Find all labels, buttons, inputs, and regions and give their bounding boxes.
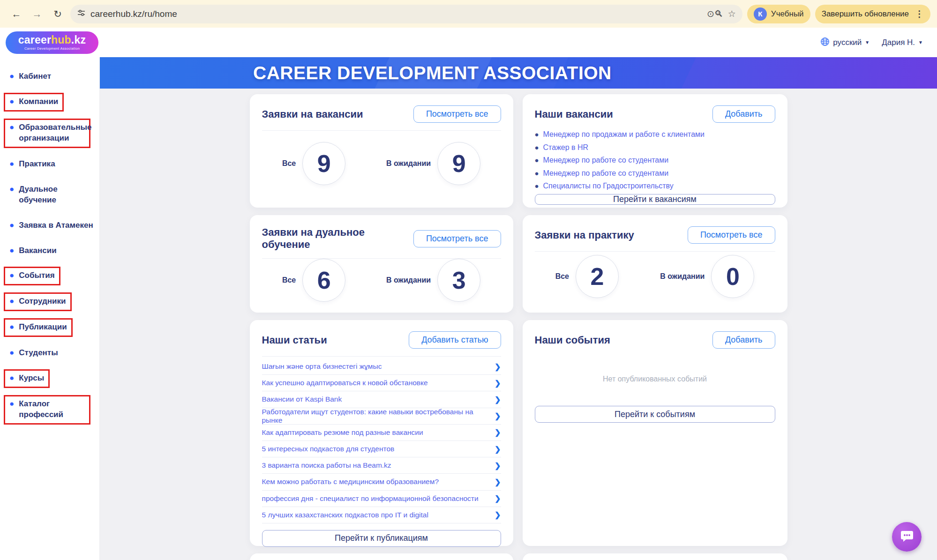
sidebar-item[interactable]: ● Образовательные организации [4, 119, 90, 148]
add-vacancy-button[interactable]: Добавить [712, 105, 775, 123]
article-link[interactable]: Работодатели ищут студентов: какие навык… [262, 408, 495, 425]
stat-label: В ожидании [386, 159, 431, 168]
vacancy-link[interactable]: Менеджер по работе со студентами [543, 168, 669, 179]
article-link[interactable]: Кем можно работать с медицинским образов… [262, 478, 439, 486]
zoom-icon[interactable]: ⊙︎​🔍︎ [707, 8, 723, 19]
profile-name: Учебный [771, 9, 804, 19]
banner-title: CAREER DEVELOPMENT ASSOCIATION [253, 63, 612, 83]
card-our-vacancies: Наши вакансии Добавить ● Менеджер по про… [523, 94, 787, 208]
article-link[interactable]: Как адаптировать резюме под разные вакан… [262, 428, 423, 437]
sidebar-item[interactable]: ● Курсы [4, 369, 50, 388]
article-row[interactable]: Как успешно адаптироваться к новой обста… [262, 375, 501, 391]
sidebar-item-label: Курсы [19, 373, 44, 384]
card-dual-training-requests: Заявки на дуальное обучение Посмотреть в… [250, 215, 513, 313]
profile-avatar: К [754, 7, 767, 21]
article-row[interactable]: профессия дня - специалист по информацио… [262, 491, 501, 507]
sidebar-item[interactable]: ● Дуальное обучение [9, 184, 96, 206]
bullet-icon: ● [535, 142, 539, 152]
sidebar-item[interactable]: ● События [4, 267, 60, 285]
card-practice-requests: Заявки на практику Посмотреть все Все 2 … [523, 215, 787, 313]
goto-vacancies-button[interactable]: Перейти к вакансиям [535, 194, 775, 205]
vacancy-link[interactable]: Стажер в HR [543, 142, 589, 153]
sidebar-item[interactable]: ● Компании [4, 93, 64, 112]
language-selector[interactable]: русский ▼ [820, 37, 870, 48]
app-header: careerhub.kz Career Development Associat… [0, 28, 937, 57]
article-link[interactable]: Шағын және орта бизнестегі жұмыс [262, 362, 382, 371]
bullet-icon: ● [9, 71, 14, 82]
card-our-events: Наши события Добавить Нет опубликованных… [523, 320, 787, 546]
goto-events-button[interactable]: Перейти к событиям [535, 406, 775, 423]
card-title: Наши вакансии [535, 108, 613, 120]
stat-label: Все [555, 272, 569, 281]
article-link[interactable]: Вакансии от Kaspi Bank [262, 395, 342, 403]
bullet-icon: ● [9, 220, 14, 231]
sidebar-item[interactable]: ● Заявка в Атамекен [9, 220, 93, 231]
article-row[interactable]: Кем можно работать с медицинским образов… [262, 474, 501, 490]
article-link[interactable]: Как успешно адаптироваться к новой обста… [262, 379, 428, 387]
address-bar[interactable]: careerhub.kz/ru/home ⊙︎​🔍︎ ☆ [70, 5, 742, 23]
reload-icon[interactable]: ↻ [50, 6, 66, 22]
sidebar-item-label: Сотрудники [19, 296, 66, 307]
chevron-right-icon: ❯ [495, 411, 501, 420]
vacancy-link[interactable]: Специалисты по Градостроительству [543, 181, 674, 191]
sidebar-item[interactable]: ● Кабинет [9, 71, 51, 82]
article-row[interactable]: 3 варианта поиска работы на Beam.kz ❯ [262, 457, 501, 474]
careerhub-logo[interactable]: careerhub.kz Career Development Associat… [6, 31, 98, 54]
article-link[interactable]: 5 интересных подкастов для студентов [262, 445, 395, 453]
article-link[interactable]: 5 лучших казахстанских подкастов про IT … [262, 511, 428, 519]
article-link[interactable]: профессия дня - специалист по информацио… [262, 494, 479, 503]
sidebar-item[interactable]: ● Сотрудники [4, 292, 72, 311]
view-all-button[interactable]: Посмотреть все [413, 105, 501, 123]
card-title: Наши события [535, 334, 610, 346]
bullet-icon: ● [535, 129, 539, 139]
bookmark-star-icon[interactable]: ☆ [728, 8, 736, 19]
goto-publications-button[interactable]: Перейти к публикациям [262, 530, 501, 547]
chevron-right-icon: ❯ [495, 428, 501, 437]
finish-update-button[interactable]: Завершить обновление ⋮ [815, 5, 930, 23]
chevron-right-icon: ❯ [495, 494, 501, 503]
vacancy-link[interactable]: Менеджер по продажам и работе с клиентам… [543, 129, 705, 140]
sidebar-item[interactable]: ● Публикации [4, 318, 73, 337]
divider [262, 356, 501, 357]
article-row[interactable]: 5 лучших казахстанских подкастов про IT … [262, 507, 501, 523]
sidebar-item[interactable]: ● Вакансии [9, 246, 57, 256]
stat-label: Все [282, 159, 296, 168]
sidebar-item-label: События [19, 270, 54, 281]
view-all-button[interactable]: Посмотреть все [413, 230, 501, 247]
article-row[interactable]: Шағын және орта бизнестегі жұмыс ❯ [262, 358, 501, 375]
bullet-icon: ● [535, 181, 539, 191]
article-row[interactable]: Работодатели ищут студентов: какие навык… [262, 408, 501, 425]
sidebar-item[interactable]: ● Практика [9, 159, 55, 170]
article-row[interactable]: Как адаптировать резюме под разные вакан… [262, 425, 501, 441]
more-menu-icon[interactable]: ⋮ [915, 9, 924, 18]
forward-icon[interactable]: → [29, 6, 45, 22]
card-partial [523, 553, 787, 560]
stat-circle: 0 [711, 255, 754, 298]
sidebar-item[interactable]: ● Каталог профессий [4, 395, 90, 425]
globe-icon [820, 37, 830, 48]
bullet-icon: ● [9, 399, 14, 409]
view-all-button[interactable]: Посмотреть все [688, 226, 775, 244]
profile-chip[interactable]: К Учебный [747, 5, 810, 23]
add-event-button[interactable]: Добавить [712, 331, 775, 349]
site-info-icon[interactable] [77, 8, 86, 20]
vacancy-link[interactable]: Менеджер по работе со студентами [543, 155, 669, 165]
article-link[interactable]: 3 варианта поиска работы на Beam.kz [262, 461, 391, 470]
chat-widget-button[interactable] [892, 522, 922, 552]
chevron-right-icon: ❯ [495, 445, 501, 454]
article-row[interactable]: Вакансии от Kaspi Bank ❯ [262, 391, 501, 408]
add-article-button[interactable]: Добавить статью [409, 331, 501, 349]
vacancy-list-item: ● Стажер в HR [535, 142, 775, 153]
user-menu[interactable]: Дария Н. ▼ [882, 38, 923, 47]
url-text[interactable]: careerhub.kz/ru/home [90, 9, 702, 19]
back-icon[interactable]: ← [8, 6, 24, 22]
main-content: CAREER DEVELOPMENT ASSOCIATION Заявки на… [100, 57, 937, 560]
chat-bubble-icon [900, 529, 915, 545]
bullet-icon: ● [9, 159, 14, 169]
stat-counter: В ожидании 3 [386, 259, 480, 302]
article-row[interactable]: 5 интересных подкастов для студентов ❯ [262, 441, 501, 457]
card-partial [250, 553, 513, 560]
sidebar-item-label: Компании [19, 97, 58, 107]
sidebar-item[interactable]: ● Студенты [9, 348, 58, 358]
vacancy-list-item: ● Менеджер по работе со студентами [535, 155, 775, 165]
